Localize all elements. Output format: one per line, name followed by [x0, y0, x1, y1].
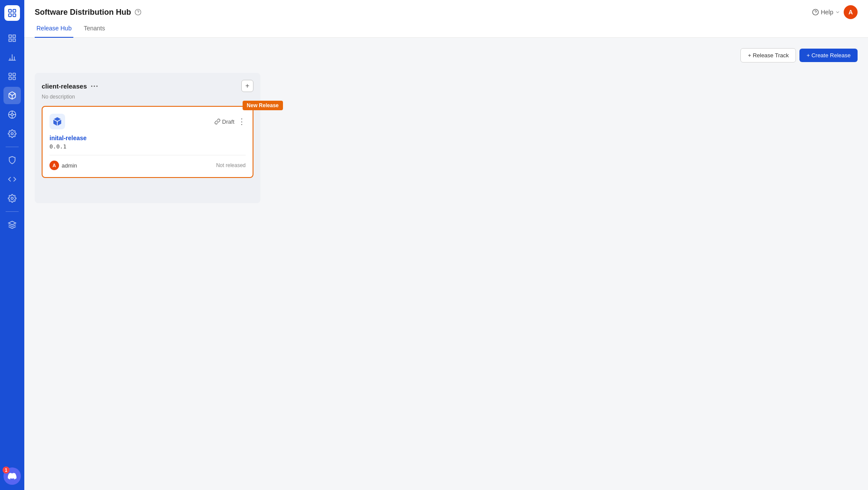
user-avatar[interactable]: A [844, 5, 858, 19]
release-user: A admin [49, 161, 77, 170]
create-release-button[interactable]: + Create Release [799, 49, 858, 62]
track-add-button[interactable]: + [241, 80, 253, 92]
svg-rect-1 [13, 10, 16, 12]
release-card-header: Draft ⋮ [49, 114, 246, 129]
header-top: Software Distribution Hub H [35, 0, 858, 24]
header-right: Help A [812, 5, 858, 19]
svg-rect-13 [13, 73, 16, 76]
sidebar-divider-2 [6, 211, 19, 212]
svg-rect-15 [13, 77, 16, 80]
main-content: Software Distribution Hub H [24, 0, 868, 490]
track-title: client-releases ⋯ [42, 82, 98, 90]
tab-tenants[interactable]: Tenants [82, 25, 107, 38]
sidebar-bottom: 1 [3, 467, 21, 485]
release-status: Not released [216, 162, 246, 168]
svg-rect-7 [13, 39, 16, 42]
app-logo[interactable] [4, 5, 20, 21]
track-name: client-releases [42, 82, 87, 90]
content-toolbar: + Release Track + Create Release [35, 48, 858, 62]
svg-point-24 [11, 197, 13, 200]
discord-badge-count: 1 [3, 467, 10, 474]
track-header: client-releases ⋯ + [42, 80, 253, 92]
release-version: 0.0.1 [49, 143, 246, 150]
svg-rect-6 [9, 39, 12, 42]
tab-release-hub[interactable]: Release Hub [35, 25, 73, 38]
release-icon [49, 114, 65, 129]
release-footer: A admin Not released [49, 161, 246, 170]
svg-rect-5 [13, 35, 16, 38]
discord-button[interactable]: 1 [3, 467, 21, 485]
new-release-badge: New Release [243, 101, 283, 110]
release-actions: Draft ⋮ [214, 117, 246, 126]
sidebar: 1 [0, 0, 24, 490]
release-track-label: + Release Track [748, 52, 789, 59]
sidebar-item-dashboard[interactable] [3, 30, 21, 47]
help-button[interactable]: Help [812, 9, 840, 16]
svg-rect-14 [9, 77, 12, 80]
release-card: New Release [42, 106, 253, 178]
svg-point-23 [11, 133, 13, 135]
sidebar-item-modules[interactable] [3, 68, 21, 85]
svg-point-18 [11, 114, 13, 116]
release-name[interactable]: inital-release [49, 135, 246, 141]
sidebar-item-layers[interactable] [3, 216, 21, 233]
title-help-icon[interactable] [135, 9, 141, 16]
track-menu-button[interactable]: ⋯ [90, 82, 98, 90]
sidebar-nav [3, 30, 21, 467]
sidebar-item-code[interactable] [3, 171, 21, 188]
header-tabs: Release Hub Tenants [35, 24, 858, 37]
sidebar-item-analytics[interactable] [3, 49, 21, 66]
header: Software Distribution Hub H [24, 0, 868, 38]
svg-rect-12 [9, 73, 12, 76]
svg-marker-25 [9, 221, 16, 225]
release-user-name: admin [62, 162, 77, 169]
sidebar-item-distribution[interactable] [3, 87, 21, 104]
svg-rect-4 [9, 35, 12, 38]
svg-rect-3 [13, 14, 16, 16]
sidebar-item-security[interactable] [3, 151, 21, 169]
page-title: Software Distribution Hub [35, 8, 141, 17]
release-user-avatar: A [49, 161, 59, 170]
draft-label: Draft [222, 118, 234, 125]
svg-rect-2 [9, 14, 11, 16]
create-release-label: + Create Release [806, 52, 851, 59]
content-area: + Release Track + Create Release client-… [24, 38, 868, 490]
page-title-text: Software Distribution Hub [35, 8, 131, 17]
sidebar-item-integrations[interactable] [3, 106, 21, 123]
track-description: No description [42, 94, 253, 100]
release-track-button[interactable]: + Release Track [740, 48, 796, 62]
track-container: client-releases ⋯ + No description New R… [35, 73, 260, 203]
svg-rect-0 [9, 10, 11, 12]
release-divider [49, 155, 246, 155]
sidebar-divider [6, 147, 19, 147]
release-menu-button[interactable]: ⋮ [238, 117, 246, 126]
help-label: Help [821, 9, 833, 16]
sidebar-item-settings[interactable] [3, 125, 21, 142]
draft-badge: Draft [214, 118, 234, 125]
sidebar-item-config[interactable] [3, 190, 21, 207]
